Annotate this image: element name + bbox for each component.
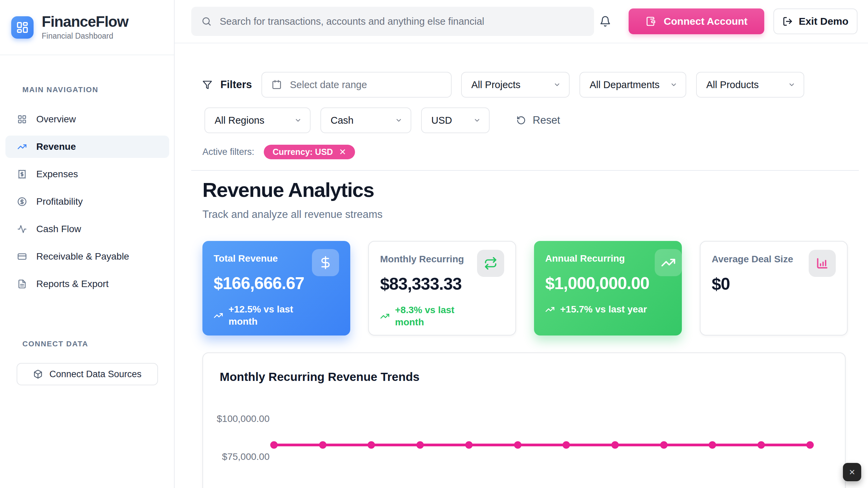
topbar: Connect Account Exit Demo [175,0,868,43]
sidebar-item-reports-export[interactable]: Reports & Export [5,273,169,295]
y-axis-tick: $100,000.00 [217,413,270,424]
chevron-down-icon [788,81,795,88]
page-title: Revenue Analytics [202,178,374,202]
sidebar-item-expenses[interactable]: Expenses [5,163,169,185]
stat-value: $0 [712,274,836,294]
sidebar-item-profitability[interactable]: Profitability [5,190,169,213]
log-out-icon [783,16,793,26]
mrr-trends-chart-card: Monthly Recurring Revenue Trends $100,00… [202,352,846,488]
app-logo-icon [11,16,34,39]
data-point[interactable] [660,441,668,449]
chevron-down-icon [473,117,481,124]
stat-card-annual-recurring[interactable]: Annual Recurring $1,000,000.00 +15.7% vs… [534,241,682,336]
stat-cards: Total Revenue $166,666.67 +12.5% vs last… [202,241,848,336]
regions-dropdown-value: All Regions [215,115,264,126]
file-text-icon [17,279,27,289]
active-filters: Active filters: Currency: USD ✕ [202,145,355,159]
stat-card-monthly-recurring[interactable]: Monthly Recurring $83,333.33 +8.3% vs la… [368,241,516,336]
stat-card-average-deal-size[interactable]: Average Deal Size $0 [700,241,848,336]
data-point[interactable] [416,441,424,449]
data-point[interactable] [368,441,375,449]
products-dropdown-value: All Products [706,79,759,90]
method-dropdown[interactable]: Cash [320,107,411,133]
rotate-ccw-icon [516,116,526,125]
close-overlay-button[interactable]: × [843,463,861,481]
products-dropdown[interactable]: All Products [696,72,804,98]
currency-filter-chip[interactable]: Currency: USD ✕ [264,145,355,159]
filters-head: Filters [202,79,252,91]
circle-dollar-icon [17,197,27,206]
data-point[interactable] [709,441,716,449]
connect-account-button[interactable]: Connect Account [629,8,764,34]
receipt-icon [17,169,27,179]
regions-dropdown[interactable]: All Regions [204,107,311,133]
search-input[interactable] [220,16,584,27]
sidebar-item-overview[interactable]: Overview [5,108,169,130]
sidebar-item-label: Receivable & Payable [36,251,129,262]
filter-funnel-icon [202,80,212,90]
stat-card-total-revenue[interactable]: Total Revenue $166,666.67 +12.5% vs last… [202,241,350,336]
sidebar-item-cash-flow[interactable]: Cash Flow [5,218,169,240]
bar-chart-icon [809,250,836,277]
stat-value: $83,333.33 [380,274,504,294]
bell-icon [599,16,611,27]
currency-dropdown[interactable]: USD [421,107,490,133]
sidebar-item-receivable-payable[interactable]: Receivable & Payable [5,245,169,268]
data-point[interactable] [806,441,814,449]
package-icon [33,369,43,379]
departments-dropdown[interactable]: All Departments [579,72,686,98]
stat-delta-text: +8.3% vs last month [395,304,480,329]
reset-label: Reset [533,114,560,126]
sidebar-item-label: Revenue [36,141,76,152]
remove-filter-icon[interactable]: ✕ [339,147,346,157]
close-icon: × [849,466,855,478]
y-axis-tick: $75,000.00 [217,451,270,462]
main-content: Filters Select date range All Projects A… [175,43,868,488]
trending-up-icon [655,249,682,276]
connect-data-sources-label: Connect Data Sources [50,369,142,380]
trending-up-icon [380,311,390,321]
projects-dropdown[interactable]: All Projects [461,72,570,98]
stat-value: $1,000,000.00 [545,273,671,293]
stat-delta-text: +15.7% vs last year [560,303,647,316]
reset-filters-button[interactable]: Reset [516,114,560,126]
sidebar: FinanceFlow Financial Dashboard MAIN NAV… [0,0,175,488]
notifications-button[interactable] [597,13,614,30]
chevron-down-icon [670,81,677,88]
activity-icon [17,224,27,234]
section-divider [191,170,859,171]
search-bar[interactable] [191,7,594,36]
projects-dropdown-value: All Projects [471,79,520,90]
dollar-icon [312,249,339,276]
stat-delta: +15.7% vs last year [545,303,671,316]
data-point[interactable] [757,441,765,449]
date-range-picker[interactable]: Select date range [261,72,452,98]
data-point[interactable] [465,441,473,449]
sidebar-nav: Overview Revenue Expenses [5,108,169,300]
stat-value: $166,666.67 [214,273,339,293]
app-subtitle: Financial Dashboard [42,32,128,41]
date-range-placeholder: Select date range [290,79,367,90]
data-point[interactable] [319,441,327,449]
chevron-down-icon [395,117,402,124]
connect-data-sources-button[interactable]: Connect Data Sources [17,363,158,385]
credit-card-icon [17,252,27,261]
data-point[interactable] [611,441,619,449]
trending-up-icon [214,311,223,320]
trending-up-icon [17,142,27,151]
exit-demo-button[interactable]: Exit Demo [773,8,857,34]
filters-row-1: Filters Select date range All Projects A… [202,72,804,98]
trending-up-icon [545,305,555,314]
repeat-icon [477,250,504,277]
layout-grid-icon [17,115,27,124]
currency-filter-chip-label: Currency: USD [273,147,333,157]
brand: FinanceFlow Financial Dashboard [0,0,174,55]
currency-dropdown-value: USD [431,115,452,126]
data-point[interactable] [514,441,521,449]
data-point[interactable] [563,441,570,449]
sidebar-item-revenue[interactable]: Revenue [5,136,169,158]
data-point[interactable] [270,441,278,449]
stat-label: Annual Recurring [545,253,671,264]
stat-delta: +12.5% vs last month [214,303,339,328]
app-title: FinanceFlow [42,14,128,29]
